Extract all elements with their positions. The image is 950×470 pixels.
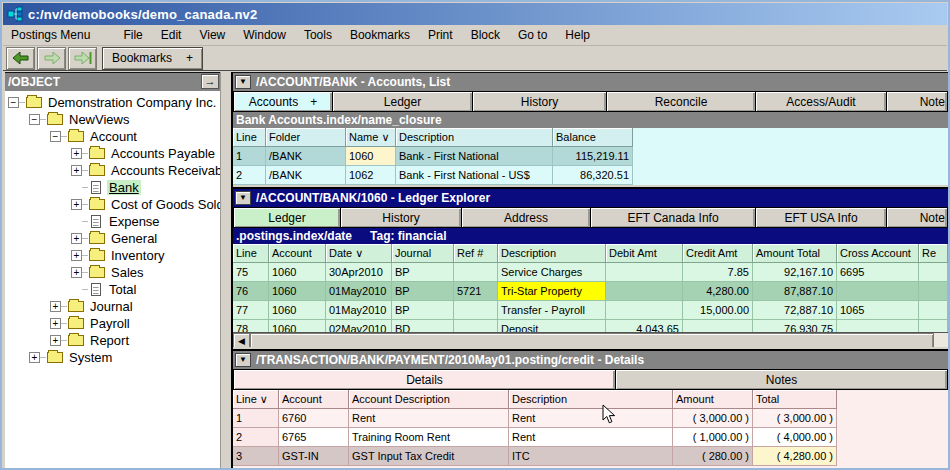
collapse-icon[interactable] [29, 114, 40, 125]
col-amount[interactable]: Amount [673, 390, 753, 409]
table-row[interactable]: 1 /BANK 1060 Bank - First National 115,2… [233, 147, 948, 166]
tree-goto-arrow-button[interactable] [201, 74, 219, 89]
expand-icon[interactable] [29, 352, 40, 363]
menu-postings[interactable]: Postings Menu [3, 26, 114, 44]
table-row[interactable]: 1 6760 Rent Rent ( 3,000.00 ) ( 3,000.00… [233, 409, 948, 428]
tree-item-journal[interactable]: Journal [5, 298, 220, 315]
menu-help[interactable]: Help [556, 26, 599, 44]
forward-end-button[interactable] [68, 47, 97, 70]
horizontal-scrollbar[interactable] [233, 332, 948, 347]
expand-icon[interactable] [50, 335, 61, 346]
col-journal[interactable]: Journal [392, 244, 454, 263]
table-row[interactable]: 75 1060 30Apr2010 BP Service Charges 7.8… [233, 263, 948, 282]
table-row[interactable]: 78 1060 02May2010 BD Deposit 4,043.65 76… [233, 320, 948, 332]
menu-edit[interactable]: Edit [152, 26, 191, 44]
tree-item-total[interactable]: Total [5, 281, 220, 298]
expand-icon[interactable] [71, 148, 82, 159]
cursor-cell[interactable]: 1060 [346, 147, 396, 166]
tab-details[interactable]: Details [233, 369, 616, 390]
tree-item-account[interactable]: Account [5, 128, 220, 145]
chevron-down-icon[interactable] [235, 353, 251, 367]
menu-view[interactable]: View [190, 26, 234, 44]
col-credit[interactable]: Credit Amt [683, 244, 753, 263]
tab-history[interactable]: History [340, 207, 462, 228]
tree-item-cost-of-goods-sold[interactable]: Cost of Goods Sold [5, 196, 220, 213]
menu-goto[interactable]: Go to [509, 26, 556, 44]
col-account[interactable]: Account [279, 390, 349, 409]
col-re[interactable]: Re [919, 244, 948, 263]
tree-item-payroll[interactable]: Payroll [5, 315, 220, 332]
table-row-selected[interactable]: 3 GST-IN GST Input Tax Credit ITC ( 280.… [233, 447, 948, 466]
chevron-down-icon[interactable] [235, 75, 251, 89]
cursor-cell[interactable]: ( 4,280.00 ) [753, 447, 837, 466]
tree-item-system[interactable]: System [5, 349, 220, 366]
menu-window[interactable]: Window [234, 26, 295, 44]
bookmarks-button[interactable]: Bookmarks + [102, 47, 203, 70]
col-description[interactable]: Description [396, 128, 553, 147]
tab-eft-usa[interactable]: EFT USA Info [755, 207, 887, 228]
tab-notes[interactable]: Note [886, 91, 948, 112]
menu-print[interactable]: Print [419, 26, 462, 44]
scrollbar-thumb[interactable] [250, 333, 934, 347]
tree-item-general[interactable]: General [5, 230, 220, 247]
col-account-description[interactable]: Account Description [349, 390, 509, 409]
col-line[interactable]: Line ∨ [233, 390, 279, 409]
tab-ledger[interactable]: Ledger [233, 207, 341, 228]
tab-access-audit[interactable]: Access/Audit [755, 91, 887, 112]
col-total[interactable]: Total [753, 390, 837, 409]
forward-button[interactable] [37, 47, 66, 70]
tab-eft-canada[interactable]: EFT Canada Info [590, 207, 756, 228]
col-line[interactable]: Line [233, 244, 269, 263]
expand-icon[interactable] [71, 267, 82, 278]
expand-icon[interactable] [71, 165, 82, 176]
chevron-down-icon[interactable] [235, 191, 251, 205]
menu-tools[interactable]: Tools [295, 26, 341, 44]
col-ref[interactable]: Ref # [454, 244, 498, 263]
highlighted-cell[interactable]: Tri-Star Property [498, 282, 606, 301]
menu-file[interactable]: File [114, 26, 151, 44]
tab-address[interactable]: Address [461, 207, 591, 228]
col-folder[interactable]: Folder [266, 128, 346, 147]
expand-icon[interactable] [50, 318, 61, 329]
expand-icon[interactable] [71, 250, 82, 261]
tree-item-accounts-receivable[interactable]: Accounts Receivable [5, 162, 220, 179]
expand-icon[interactable] [71, 233, 82, 244]
scroll-left-icon[interactable] [233, 333, 250, 347]
col-debit[interactable]: Debit Amt [606, 244, 683, 263]
col-description[interactable]: Description [498, 244, 606, 263]
collapse-icon[interactable] [50, 131, 61, 142]
tree-item-expense[interactable]: Expense [5, 213, 220, 230]
table-row[interactable]: 77 1060 01May2010 BP Transfer - Payroll … [233, 301, 948, 320]
col-line[interactable]: Line [233, 128, 266, 147]
col-date[interactable]: Date ∨ [326, 244, 392, 263]
col-description[interactable]: Description [509, 390, 673, 409]
tab-notes[interactable]: Notes [615, 369, 948, 390]
col-balance[interactable]: Balance [553, 128, 633, 147]
tree-item-sales[interactable]: Sales [5, 264, 220, 281]
tab-accounts[interactable]: Accounts + [233, 91, 333, 112]
table-row-selected[interactable]: 76 1060 01May2010 BP 5721 Tri-Star Prope… [233, 282, 948, 301]
col-cross-account[interactable]: Cross Account [837, 244, 919, 263]
tree-item-accounts-payable[interactable]: Accounts Payable [5, 145, 220, 162]
tab-reconcile[interactable]: Reconcile [606, 91, 756, 112]
col-amount-total[interactable]: Amount Total [753, 244, 837, 263]
tree-item-inventory[interactable]: Inventory [5, 247, 220, 264]
tree-item-bank[interactable]: Bank [5, 179, 220, 196]
col-account[interactable]: Account [269, 244, 326, 263]
menu-bookmarks[interactable]: Bookmarks [341, 26, 419, 44]
expand-icon[interactable] [71, 199, 82, 210]
back-button[interactable] [6, 47, 35, 70]
panel-splitter[interactable] [220, 72, 231, 470]
tab-history[interactable]: History [472, 91, 607, 112]
tree-item-company[interactable]: Demonstration Company Inc. [5, 94, 220, 111]
tree-item-newviews[interactable]: NewViews [5, 111, 220, 128]
collapse-icon[interactable] [8, 97, 19, 108]
col-name[interactable]: Name ∨ [346, 128, 396, 147]
tree-item-report[interactable]: Report [5, 332, 220, 349]
tab-ledger[interactable]: Ledger [332, 91, 473, 112]
table-row[interactable]: 2 /BANK 1062 Bank - First National - US$… [233, 166, 948, 185]
tab-notes[interactable]: Note [886, 207, 948, 228]
table-row[interactable]: 2 6765 Training Room Rent Rent ( 1,000.0… [233, 428, 948, 447]
menu-block[interactable]: Block [462, 26, 509, 44]
expand-icon[interactable] [50, 301, 61, 312]
